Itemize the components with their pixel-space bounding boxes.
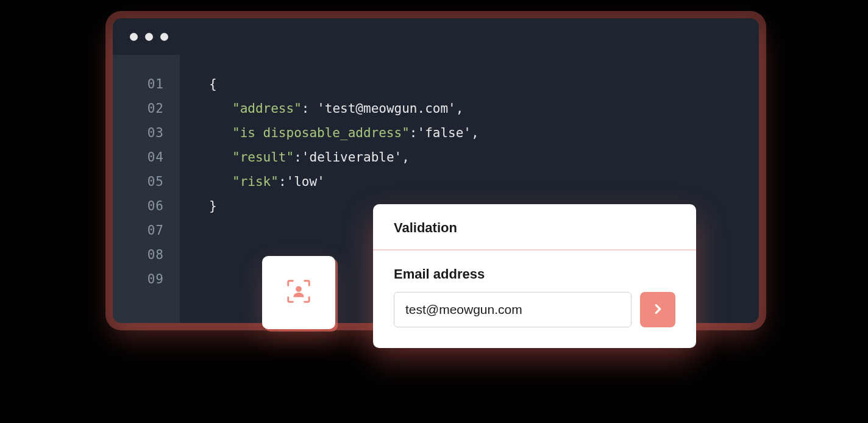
window-dot bbox=[160, 33, 168, 41]
validation-body: Email address bbox=[373, 251, 696, 348]
window-dot bbox=[145, 33, 153, 41]
line-number: 08 bbox=[113, 243, 164, 267]
line-number: 01 bbox=[113, 72, 164, 96]
submit-button[interactable] bbox=[640, 292, 675, 327]
line-number: 04 bbox=[113, 145, 164, 169]
code-line: "result":'deliverable', bbox=[209, 145, 479, 169]
code-line: "risk":'low' bbox=[209, 169, 479, 194]
svg-point-0 bbox=[296, 286, 302, 292]
scan-user-card bbox=[262, 256, 335, 329]
validation-title: Validation bbox=[394, 220, 675, 236]
line-number: 06 bbox=[113, 194, 164, 218]
code-line: { bbox=[209, 72, 479, 96]
line-number: 02 bbox=[113, 96, 164, 121]
chevron-right-icon bbox=[651, 302, 664, 318]
line-number: 05 bbox=[113, 169, 164, 194]
email-input[interactable] bbox=[394, 292, 631, 327]
code-line: "address": 'test@meowgun.com', bbox=[209, 96, 479, 121]
email-field-label: Email address bbox=[394, 266, 675, 282]
line-number: 03 bbox=[113, 121, 164, 145]
line-number: 07 bbox=[113, 218, 164, 243]
input-row bbox=[394, 292, 675, 327]
window-dot bbox=[130, 33, 138, 41]
validation-header: Validation bbox=[373, 204, 696, 251]
validation-card: Validation Email address bbox=[373, 204, 696, 348]
code-line: "is disposable_address":'false', bbox=[209, 121, 479, 145]
line-number-gutter: 01 02 03 04 05 06 07 08 09 bbox=[113, 55, 180, 323]
scan-user-icon bbox=[285, 277, 313, 308]
window-chrome bbox=[113, 18, 759, 55]
line-number: 09 bbox=[113, 267, 164, 291]
